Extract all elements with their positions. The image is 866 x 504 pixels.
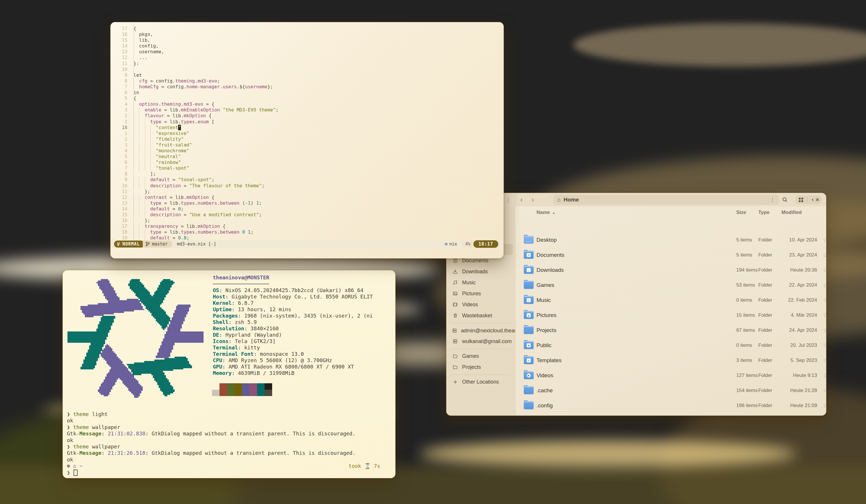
code-line[interactable]: 10 — [111, 67, 503, 72]
sidebar-item-other-locations[interactable]: Other Locations — [449, 376, 513, 387]
star-icon[interactable]: ☆ — [823, 353, 826, 368]
gutter-separator — [133, 22, 134, 240]
code-area[interactable]: 17{16 pkgs,15 lib,14 config,13 username,… — [111, 26, 503, 241]
sidebar-item-videos[interactable]: Videos — [449, 299, 513, 310]
sidebar-item-projects[interactable]: Projects — [449, 361, 513, 372]
code-line[interactable]: 9let — [111, 72, 503, 78]
sidebar-item-admin-nextcloud-theanin-[interactable]: admin@nextcloud.theanin… — [449, 325, 513, 336]
code-line[interactable]: 13 username, — [111, 49, 503, 55]
file-row-projects[interactable]: Projects67 itemsFolder24. Apr 2024☆ — [515, 323, 824, 338]
code-line[interactable]: 12 ... — [111, 55, 503, 60]
code-line[interactable]: 6 "rainbow" — [111, 159, 503, 165]
file-row-music[interactable]: ♪Music0 itemsFolder22. Feb 2024☆ — [515, 293, 824, 308]
line-number: 17 — [111, 224, 133, 229]
code-line[interactable]: 1 "expressive" — [111, 131, 503, 136]
code-line[interactable]: 15 lib, — [111, 37, 503, 43]
code-line[interactable]: 14 config, — [111, 43, 503, 49]
file-row-games[interactable]: Games53 itemsFolder22. Apr 2024☆ — [515, 278, 824, 293]
code-line[interactable]: 4 "monochrome" — [111, 148, 503, 154]
code-line[interactable]: 2 "fidelity" — [111, 136, 503, 142]
code-line[interactable]: 3 enable = lib.mkEnableOption "the MD3-E… — [111, 107, 503, 113]
code-line[interactable]: 6in — [111, 90, 503, 96]
code-line[interactable]: 17 transparency = lib.mkOption { — [111, 224, 503, 229]
sidebar-item-games[interactable]: Games — [449, 350, 513, 361]
sidebar-item-label: Videos — [462, 302, 478, 308]
sidebar-menu-button[interactable]: ⋮ — [504, 195, 512, 204]
file-row-pictures[interactable]: ▴Pictures15 itemsFolder4. Mär 2024☆ — [515, 308, 824, 323]
star-icon[interactable]: ☆ — [823, 383, 826, 398]
code-line[interactable]: 15 description = "Use a modified contras… — [111, 212, 503, 218]
code-line[interactable]: 11 }; — [111, 189, 503, 194]
file-row-dot-ghidra[interactable]: .ghidra3 itemsFolder12. Apr 2024☆ — [515, 413, 824, 416]
column-header-size[interactable]: Size — [736, 208, 746, 217]
line-number: 7 — [111, 165, 133, 171]
code-line[interactable]: 5 "neutral" — [111, 154, 503, 159]
column-header-modified[interactable]: Modified — [781, 208, 802, 217]
file-row-templates[interactable]: ▪Templates3 itemsFolder5. Sep 2023☆ — [515, 353, 824, 368]
palette-swatch — [249, 390, 257, 396]
code-line[interactable]: 16 pkgs, — [111, 32, 503, 37]
file-row-videos[interactable]: ▶Videos127 itemsFolderHeute 9:13☆ — [515, 368, 824, 383]
star-icon[interactable]: ☆ — [823, 247, 826, 262]
file-row-public[interactable]: ●Public0 itemsFolder20. Jul 2023☆ — [515, 338, 824, 353]
code-line[interactable]: 5{ — [111, 96, 503, 101]
sidebar-item-music[interactable]: Music — [449, 277, 513, 288]
code-line[interactable]: 11}: — [111, 61, 503, 67]
path-menu-button[interactable]: ⋮ — [770, 197, 775, 203]
star-icon[interactable]: ☆ — [823, 398, 826, 413]
close-button[interactable]: × — [813, 195, 822, 204]
sidebar-item-downloads[interactable]: Downloads — [449, 266, 513, 277]
path-bar[interactable]: ⌂ Home ⋮ — [553, 195, 779, 205]
code-line[interactable]: 2 flavour = lib.mkOption { — [111, 113, 503, 119]
file-row-desktop[interactable]: ▪▪▪▪Desktop5 itemsFolder10. Apr 2024☆ — [515, 233, 824, 247]
column-header-name[interactable]: Name ▴ — [536, 208, 555, 217]
file-row-downloads[interactable]: ↓Downloads194 itemsFolderHeute 20:36☆ — [515, 262, 824, 278]
column-header-type[interactable]: Type — [758, 208, 769, 217]
code-line[interactable]: 13 type = lib.types.numbers.between (-1)… — [111, 200, 503, 206]
code-line[interactable]: 16 }; — [111, 218, 503, 224]
code-line[interactable]: 12 contrast = lib.mkOption { — [111, 194, 503, 200]
star-icon[interactable]: ☆ — [823, 338, 826, 353]
line-number: 14 — [111, 43, 133, 49]
star-icon[interactable]: ☆ — [823, 368, 826, 383]
code-line[interactable]: 7 "tonal-spot" — [111, 165, 503, 171]
code-line[interactable]: 14 default = 0; — [111, 206, 503, 212]
file-size: 67 items — [736, 323, 755, 338]
code-line[interactable]: 8 cfg = config.theming.md3-evo; — [111, 78, 503, 84]
file-type: Folder — [758, 383, 772, 398]
code-line[interactable]: 8 ]; — [111, 171, 503, 177]
star-icon[interactable]: ☆ — [823, 323, 826, 338]
code-line[interactable]: 4 options.theming.md3-evo = { — [111, 101, 503, 107]
sidebar-item-pictures[interactable]: Pictures — [449, 288, 513, 299]
sidebar-item-label: Music — [462, 280, 476, 286]
search-button[interactable] — [780, 195, 790, 204]
code-line[interactable]: 3 "fruit-salad" — [111, 142, 503, 148]
code-line[interactable]: 1 type = lib.types.enum [ — [111, 119, 503, 125]
star-icon[interactable]: ☆ — [823, 278, 826, 293]
file-row-dot-config[interactable]: .config186 itemsFolderHeute 21:09☆ — [515, 398, 824, 413]
code-line[interactable]: 7 homeCfg = config.home-manager.users.${… — [111, 84, 503, 90]
grid-view-icon[interactable] — [795, 198, 807, 202]
code-line[interactable]: 18 type = lib.types.numbers.between 0 1; — [111, 229, 503, 235]
star-icon[interactable]: ☆ — [823, 293, 826, 308]
file-row-dot-cache[interactable]: .cache154 itemsFolderHeute 21:28☆ — [515, 383, 824, 398]
star-icon[interactable]: ☆ — [823, 262, 826, 278]
code-line[interactable]: 17{ — [111, 26, 503, 32]
sidebar-item-label: Downloads — [462, 269, 488, 275]
file-row-documents[interactable]: ≡Documents5 itemsFolder23. Apr 2024☆ — [515, 247, 824, 262]
sidebar-divider — [451, 323, 511, 323]
line-number: 3 — [111, 107, 133, 113]
forward-button[interactable]: › — [529, 195, 537, 204]
code-line[interactable]: 9 default = "tonal-spot"; — [111, 177, 503, 183]
code-line[interactable]: 10 description = "The flavour of the the… — [111, 183, 503, 189]
terminal-scrollback[interactable]: ❯ theme lightok❯ theme wallpaperGtk-Mess… — [67, 411, 380, 476]
code-line[interactable]: 18 "content" — [111, 125, 503, 131]
file-size: 186 items — [736, 398, 758, 413]
star-icon[interactable]: ☆ — [823, 308, 826, 323]
sidebar-item-wulkanat-gmail-com[interactable]: wulkanat@gmail.com — [449, 336, 513, 347]
back-button[interactable]: ‹ — [517, 195, 526, 204]
line-number: 15 — [111, 212, 133, 218]
sidebar-item-wastebasket[interactable]: Wastebasket — [449, 310, 513, 321]
code-text: { — [133, 26, 136, 32]
star-icon[interactable]: ☆ — [823, 233, 826, 247]
